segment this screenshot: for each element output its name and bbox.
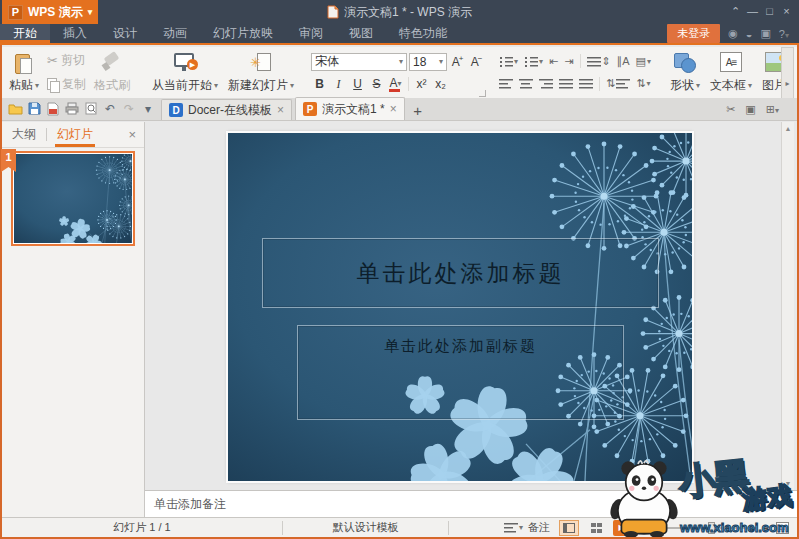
align-left-button[interactable] xyxy=(497,77,515,90)
notes-bar[interactable]: 单击添加备注 xyxy=(145,490,797,517)
subscript-button[interactable]: x₂ xyxy=(432,76,449,93)
zoom-value: 6 xyxy=(637,522,643,534)
justify-button[interactable] xyxy=(557,77,575,90)
close-button[interactable]: × xyxy=(778,2,795,20)
text-orientation-button[interactable]: ▤▾ xyxy=(634,55,653,68)
font-dialog-launcher-icon[interactable] xyxy=(479,90,486,97)
wpp-doc-icon: P xyxy=(303,102,317,116)
shrink-font-button[interactable]: A− xyxy=(468,53,485,70)
help-icon[interactable]: ?▾ xyxy=(779,28,789,40)
status-bar: 幻灯片 1 / 1 默认设计模板 ▾ 备注 ▶ 6 − + ⊡ xyxy=(2,517,797,537)
minimize-button[interactable]: — xyxy=(744,2,761,20)
slide-thumbnail[interactable] xyxy=(11,151,135,246)
grow-font-button[interactable]: A+ xyxy=(449,53,466,70)
fit-to-window-button[interactable]: ⊡ xyxy=(776,522,789,534)
skin-icon[interactable]: ▣ xyxy=(760,27,770,40)
save-button[interactable] xyxy=(26,101,42,117)
new-tab-button[interactable]: + xyxy=(408,100,428,120)
close-panel-icon[interactable]: × xyxy=(128,127,136,142)
align-center-button[interactable] xyxy=(517,77,535,90)
bold-button[interactable]: B xyxy=(311,76,328,93)
app-menu-button[interactable]: P WPS 演示 ▾ xyxy=(2,0,98,24)
copy-button[interactable]: 复制 xyxy=(44,75,89,94)
italic-button[interactable]: I xyxy=(330,76,347,93)
zoom-slider-handle[interactable] xyxy=(708,522,715,534)
strikethrough-button[interactable]: S xyxy=(368,76,385,93)
feedback-icon[interactable]: ◉ xyxy=(728,27,738,40)
ribbon-tab-bar: 开始 插入 设计 动画 幻灯片放映 审阅 视图 特色功能 未登录 ◉ ◒ ▣ ?… xyxy=(0,24,799,45)
maximize-button[interactable]: □ xyxy=(761,2,778,20)
scroll-up-icon[interactable]: ▲ xyxy=(785,125,792,132)
zoom-out-icon[interactable]: − xyxy=(650,522,656,534)
open-button[interactable] xyxy=(7,101,23,117)
login-button[interactable]: 未登录 xyxy=(667,24,720,43)
slide-editor[interactable]: 单击此处添加标题 单击此处添加副标题 xyxy=(228,133,692,481)
paste-icon xyxy=(13,52,35,76)
doc-tab-presentation[interactable]: P 演示文稿1 * × xyxy=(295,97,405,120)
play-from-current-button[interactable]: ▶ 从当前开始▾ xyxy=(147,49,223,96)
doc-tab-docer[interactable]: D Docer-在线模板 × xyxy=(161,99,292,120)
print-button[interactable] xyxy=(64,101,80,117)
template-name[interactable]: 默认设计模板 xyxy=(283,520,448,535)
qat-dropdown-icon[interactable]: ▾ xyxy=(140,101,156,117)
para-space-before-button[interactable]: ⇅ xyxy=(604,77,632,90)
close-tab-icon[interactable]: × xyxy=(390,102,397,116)
slides-tab[interactable]: 幻灯片 xyxy=(55,122,95,147)
new-slide-button[interactable]: ✳ 新建幻灯片▾ xyxy=(223,49,299,96)
tab-insert[interactable]: 插入 xyxy=(50,24,100,43)
outdent-button[interactable]: ⇤ xyxy=(547,55,560,68)
tab-layout-icon[interactable]: ⊞▾ xyxy=(766,103,779,116)
textbox-button[interactable]: A≡ 文本框▾ xyxy=(705,49,757,96)
subtitle-placeholder[interactable]: 单击此处添加副标题 xyxy=(297,325,624,420)
indent-button[interactable]: ⇥ xyxy=(562,55,575,68)
tab-home[interactable]: 开始 xyxy=(0,24,50,43)
app-name: WPS 演示 xyxy=(28,4,83,21)
clipboard-group: 粘贴▾ ✂剪切 复制 格式刷 xyxy=(2,47,137,98)
export-pdf-button[interactable] xyxy=(45,101,61,117)
vertical-scrollbar[interactable]: ▲ ▼ xyxy=(781,122,794,490)
tab-special-features[interactable]: 特色功能 xyxy=(386,24,460,43)
normal-view-button[interactable] xyxy=(559,520,579,536)
tab-design[interactable]: 设计 xyxy=(100,24,150,43)
tab-square-icon[interactable]: ▣ xyxy=(745,103,755,116)
format-painter-button[interactable]: 格式刷 xyxy=(89,49,135,96)
slideshow-play-button[interactable]: ▶ xyxy=(613,520,630,536)
paste-button[interactable]: 粘贴▾ xyxy=(4,49,44,96)
redo-button[interactable]: ↷ xyxy=(121,101,137,117)
close-tab-icon[interactable]: × xyxy=(277,103,284,117)
font-group: 宋体▾ 18▾ A+ A− B I U S A▾ x² x₂ xyxy=(309,47,487,98)
tab-review[interactable]: 审阅 xyxy=(286,24,336,43)
zoom-in-icon[interactable]: + xyxy=(763,522,769,534)
scroll-down-icon[interactable]: ▼ xyxy=(785,480,792,487)
font-size-select[interactable]: 18▾ xyxy=(409,53,447,71)
para-space-after-button[interactable]: ⇅▾ xyxy=(634,77,652,90)
slide-sorter-button[interactable] xyxy=(586,520,606,536)
align-right-button[interactable] xyxy=(537,77,555,90)
title-placeholder[interactable]: 单击此处添加标题 xyxy=(262,238,659,308)
superscript-button[interactable]: x² xyxy=(413,76,430,93)
numbering-button[interactable]: ▾ xyxy=(522,55,545,68)
underline-button[interactable]: U xyxy=(349,76,366,93)
update-icon[interactable]: ◒ xyxy=(746,28,753,40)
line-spacing-button[interactable]: ⇕ xyxy=(585,55,613,68)
tab-view[interactable]: 视图 xyxy=(336,24,386,43)
tab-scissors-icon[interactable]: ✂ xyxy=(726,103,735,116)
sorter-view-icon xyxy=(591,523,602,533)
tab-slideshow[interactable]: 幻灯片放映 xyxy=(200,24,286,43)
font-name-select[interactable]: 宋体▾ xyxy=(311,53,407,71)
notes-toggle[interactable]: ▾ 备注 xyxy=(502,519,552,536)
cut-button[interactable]: ✂剪切 xyxy=(44,51,89,70)
zoom-slider[interactable] xyxy=(664,527,756,529)
font-color-button[interactable]: A▾ xyxy=(387,76,404,93)
tab-animation[interactable]: 动画 xyxy=(150,24,200,43)
shapes-button[interactable]: 形状▾ xyxy=(665,49,705,96)
collapse-ribbon-button[interactable]: ⌃ xyxy=(727,2,744,20)
print-preview-button[interactable] xyxy=(83,101,99,117)
text-direction-button[interactable]: ∥A xyxy=(615,55,632,68)
distribute-button[interactable] xyxy=(577,77,595,90)
slideshow-group: ▶ 从当前开始▾ ✳ 新建幻灯片▾ xyxy=(145,47,301,98)
bullets-button[interactable]: ▾ xyxy=(497,55,520,68)
outline-tab[interactable]: 大纲 xyxy=(10,122,38,147)
undo-button[interactable]: ↶ xyxy=(102,101,118,117)
slide-canvas[interactable]: 单击此处添加标题 单击此处添加副标题 xyxy=(145,122,778,490)
